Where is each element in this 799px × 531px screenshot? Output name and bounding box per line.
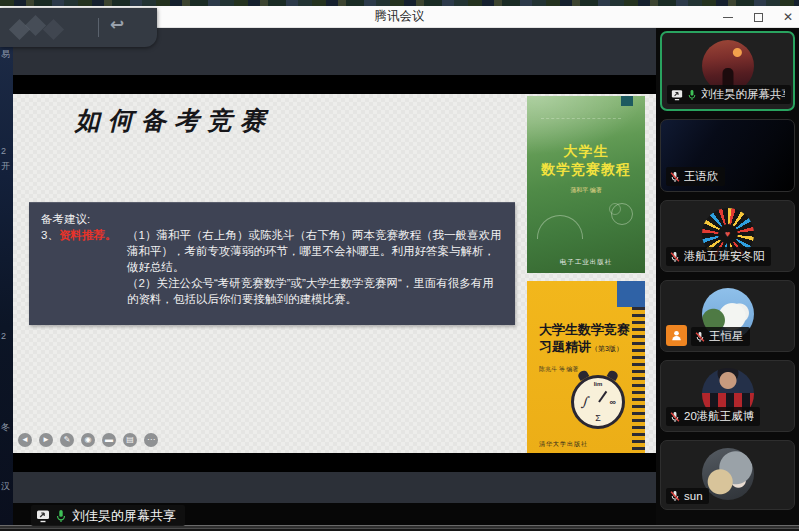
alarm-clock-illustration: lim ∫ Σ ∞ <box>571 375 625 429</box>
participant-name: 港航五班安冬阳 <box>684 249 765 264</box>
screen-share-icon <box>671 89 683 101</box>
next-slide-button[interactable]: ► <box>39 433 53 447</box>
avatar <box>702 448 754 500</box>
participant-label: 20港航王威博 <box>666 407 760 426</box>
desktop-glyph: 2 <box>1 331 6 341</box>
app-window: 腾讯会议 ✕ ↩ 易 2 开 2 冬 汉 如何备考竞赛 备考建议: 3、资料推荐… <box>0 0 799 531</box>
pen-tool-button[interactable]: ✎ <box>60 433 74 447</box>
desktop-glyph: 易 <box>1 48 10 61</box>
book1-title-line2: 数学竞赛教程 <box>527 160 645 178</box>
advice-heading: 备考建议: <box>41 211 503 227</box>
host-badge-icon <box>666 325 687 346</box>
logo-diamond-icon <box>43 19 64 40</box>
book2-title-text: 习题精讲 <box>539 339 591 354</box>
logo-diamond-icon <box>25 15 46 36</box>
mic-muted-icon <box>670 171 680 183</box>
book-cover-yellow: 大学生数学竞赛 习题精讲（第3版） 陈兆斗 等 编著 lim ∫ Σ ∞ 清华大… <box>527 281 645 453</box>
participant-tile-video[interactable]: 王语欣 <box>660 119 795 192</box>
book2-title: 大学生数学竞赛 习题精讲（第3版） <box>539 321 645 357</box>
minimize-button[interactable] <box>721 10 735 24</box>
book2-authors: 陈兆斗 等 编著 <box>539 365 645 374</box>
book1-authors: 蒲和平 编著 <box>527 186 645 194</box>
undo-arrow-icon[interactable]: ↩ <box>110 14 124 35</box>
laser-pointer-button[interactable]: ◉ <box>81 433 95 447</box>
participant-label: sun <box>666 488 709 504</box>
desktop-glyph: 冬 <box>1 421 10 434</box>
mic-on-icon <box>55 509 67 523</box>
desktop-glyph: 汉 <box>1 480 10 493</box>
shared-screen-stage: 如何备考竞赛 备考建议: 3、资料推荐。 （1）蒲和平（右上角）或陈兆斗（右下角… <box>13 28 656 525</box>
desktop-glyph: 开 <box>1 160 10 173</box>
camera-button[interactable]: ▬ <box>102 433 116 447</box>
clock-hand <box>598 391 607 403</box>
book1-title: 大学生 数学竞赛教程 <box>527 142 645 178</box>
close-button[interactable]: ✕ <box>781 10 795 24</box>
participant-name: 王恒星 <box>709 329 744 344</box>
book2-edition: （第3版） <box>591 345 623 352</box>
clock-symbol-lim: lim <box>594 381 603 387</box>
window-controls: ✕ <box>721 6 795 28</box>
captions-button[interactable]: ▤ <box>123 433 137 447</box>
book1-publisher: 电子工业出版社 <box>527 258 645 267</box>
mic-muted-icon <box>670 411 680 423</box>
letterbox-top <box>13 75 656 94</box>
book2-title-line2: 习题精讲（第3版） <box>539 338 645 357</box>
mic-on-icon <box>687 89 697 101</box>
advice-item-label: 3、资料推荐。 <box>41 227 127 307</box>
cover-formula-line <box>541 118 621 119</box>
slide-title: 如何备考竞赛 <box>75 104 273 137</box>
mic-muted-icon <box>670 251 680 263</box>
desktop-glyph: 2 <box>1 146 6 156</box>
prev-slide-button[interactable]: ◄ <box>18 433 32 447</box>
advice-textbox: 备考建议: 3、资料推荐。 （1）蒲和平（右上角）或陈兆斗（右下角）两本竞赛教程… <box>29 202 515 325</box>
participant-tile[interactable]: 港航五班安冬阳 <box>660 200 795 272</box>
book2-title-line1: 大学生数学竞赛 <box>539 321 645 338</box>
participants-sidebar: 刘佳昊的屏幕共享 王语欣 港航五班安冬阳 <box>656 28 799 525</box>
book2-publisher: 清华大学出版社 <box>539 440 588 449</box>
participant-tile[interactable]: sun <box>660 440 795 510</box>
desktop-edge-strip: 易 2 开 2 冬 汉 <box>0 28 13 525</box>
participant-name: 20港航王威博 <box>684 409 754 424</box>
participant-label: 刘佳昊的屏幕共享 <box>667 85 791 104</box>
cover-stripe-band <box>632 307 645 453</box>
clock-symbol-infinity: ∞ <box>610 397 616 407</box>
more-options-button[interactable]: ⋯ <box>144 433 158 447</box>
participant-label: 王恒星 <box>691 327 750 346</box>
participant-name: 刘佳昊的屏幕共享 <box>701 87 785 102</box>
cover-dome-diagram <box>537 215 583 239</box>
slideshow-toolbar: ◄ ► ✎ ◉ ▬ ▤ ⋯ <box>18 433 158 447</box>
letterbox-bottom <box>13 453 656 472</box>
participant-label: 王语欣 <box>666 167 725 186</box>
book-cover-green: 大学生 数学竞赛教程 蒲和平 编著 电子工业出版社 <box>527 96 645 273</box>
toolbar-divider <box>98 18 99 37</box>
clock-symbol-sigma: Σ <box>595 413 601 423</box>
item-number: 3、 <box>41 229 59 241</box>
presentation-slide: 如何备考竞赛 备考建议: 3、资料推荐。 （1）蒲和平（右上角）或陈兆斗（右下角… <box>13 94 656 453</box>
participant-name: 王语欣 <box>684 169 719 184</box>
participant-tile[interactable]: 20港航王威博 <box>660 360 795 432</box>
participant-name: sun <box>684 490 703 502</box>
screen-share-banner: 刘佳昊的屏幕共享 <box>31 505 185 526</box>
advice-points: （1）蒲和平（右上角）或陈兆斗（右下角）两本竞赛教程（我一般喜欢用蒲和平），考前… <box>127 227 503 307</box>
window-title: 腾讯会议 <box>375 8 425 25</box>
advice-point-2: （2）关注公众号“考研竞赛数学”或”大学生数学竞赛网“，里面有很多有用的资料，包… <box>127 275 503 307</box>
cover-blue-corner <box>617 281 645 307</box>
mic-muted-icon <box>695 331 705 343</box>
maximize-button[interactable] <box>751 10 765 24</box>
participant-label: 港航五班安冬阳 <box>666 247 771 266</box>
participant-tile-sharing[interactable]: 刘佳昊的屏幕共享 <box>660 31 795 111</box>
book1-title-line1: 大学生 <box>527 142 645 160</box>
participant-tile[interactable]: 王恒星 <box>660 280 795 352</box>
screen-share-icon <box>36 509 50 523</box>
mic-muted-icon <box>670 490 680 502</box>
share-banner-text: 刘佳昊的屏幕共享 <box>72 507 176 525</box>
cover-tag <box>621 96 633 106</box>
annotation-toolbar[interactable]: ↩ <box>0 8 157 47</box>
clock-symbol-integral: ∫ <box>581 394 588 409</box>
cover-circle-diagram <box>609 203 621 215</box>
advice-point-1: （1）蒲和平（右上角）或陈兆斗（右下角）两本竞赛教程（我一般喜欢用蒲和平），考前… <box>127 227 503 275</box>
item-highlight: 资料推荐。 <box>59 229 117 241</box>
